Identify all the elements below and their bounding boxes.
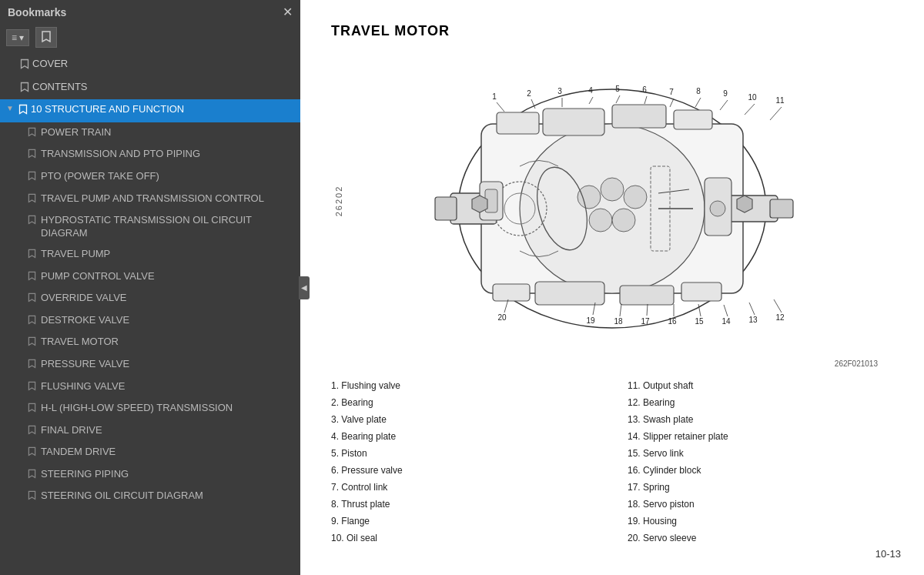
svg-point-18 (624, 186, 647, 209)
bookmark-item-travel-motor[interactable]: TRAVEL MOTOR (0, 332, 300, 354)
bookmark-label: STEERING OIL CIRCUIT DIAGRAM (41, 490, 294, 503)
collapse-panel-button[interactable]: ◀ (299, 276, 310, 299)
svg-text:8: 8 (696, 87, 701, 95)
svg-marker-71 (472, 196, 487, 212)
svg-rect-8 (543, 109, 604, 135)
bookmark-icon (28, 271, 36, 285)
bookmark-item-flushing-valve[interactable]: FLUSHING VALVE (0, 376, 300, 399)
svg-text:7: 7 (669, 88, 674, 96)
bookmark-item-hydrostatic[interactable]: HYDROSTATIC TRANSMISSION OIL CIRCUIT DIA… (0, 210, 300, 244)
bookmark-label: PRESSURE VALVE (41, 358, 294, 371)
bookmark-label: FINAL DRIVE (41, 424, 294, 437)
document-viewer[interactable]: TRAVEL MOTOR 26202 (300, 0, 924, 575)
parts-item: 20. Servo sleeve (628, 531, 893, 545)
page-title: TRAVEL MOTOR (331, 23, 893, 39)
parts-item: 4. Bearing plate (331, 430, 597, 443)
svg-point-20 (612, 209, 635, 232)
bookmark-icon (28, 446, 36, 460)
parts-item: 5. Piston (331, 446, 597, 460)
view-options-icon: ≡ (12, 32, 17, 43)
parts-item: 1. Flushing valve (331, 379, 597, 393)
bookmark-label: OVERRIDE VALVE (41, 292, 294, 305)
bookmark-item-power-train[interactable]: POWER TRAIN (0, 122, 300, 145)
bookmark-item-10-structure[interactable]: ▼ 10 STRUCTURE AND FUNCTION (0, 99, 300, 122)
parts-column-left: 1. Flushing valve2. Bearing3. Valve plat… (331, 379, 597, 548)
bookmark-icon (18, 104, 28, 119)
toolbar-row: ≡ ▾ (0, 24, 300, 51)
parts-item: 10. Oil seal (331, 531, 597, 545)
bookmark-item-override-valve[interactable]: OVERRIDE VALVE (0, 288, 300, 310)
bookmark-icon (28, 469, 36, 483)
parts-item: 11. Output shaft (628, 379, 893, 393)
bookmark-label: POWER TRAIN (41, 126, 294, 139)
bookmark-icon-button[interactable] (35, 27, 57, 48)
bookmark-label: 10 STRUCTURE AND FUNCTION (31, 103, 294, 116)
bookmark-item-transmission-pto[interactable]: TRANSMISSION AND PTO PIPING (0, 144, 300, 166)
svg-rect-5 (435, 197, 457, 220)
page-number: 10-13 (875, 548, 901, 560)
bookmark-icon (28, 149, 36, 162)
bookmarks-header: Bookmarks ✕ (0, 0, 300, 24)
svg-rect-7 (770, 199, 793, 218)
bookmark-item-pressure-valve[interactable]: PRESSURE VALVE (0, 354, 300, 376)
parts-item: 13. Swash plate (628, 413, 893, 426)
expand-arrow-icon: ▼ (6, 103, 14, 113)
bookmark-icon (28, 171, 36, 185)
bookmark-item-cover[interactable]: COVER (0, 54, 300, 77)
svg-text:17: 17 (641, 317, 650, 326)
svg-text:6: 6 (642, 85, 647, 94)
bookmark-icon (20, 59, 29, 73)
bookmark-item-steering-piping[interactable]: STEERING PIPING (0, 464, 300, 486)
svg-text:14: 14 (721, 317, 731, 326)
bookmark-label: TANDEM DRIVE (41, 446, 294, 459)
bookmark-icon (28, 359, 36, 373)
bookmark-icon (28, 403, 36, 416)
svg-rect-12 (535, 282, 604, 305)
close-button[interactable]: ✕ (283, 5, 293, 19)
parts-column-right: 11. Output shaft12. Bearing13. Swash pla… (628, 379, 893, 548)
view-options-button[interactable]: ≡ ▾ (6, 29, 29, 46)
bookmark-item-hl-transmission[interactable]: H-L (HIGH-LOW SPEED) TRANSMISSION (0, 398, 300, 420)
bookmark-item-tandem-drive[interactable]: TANDEM DRIVE (0, 442, 300, 464)
svg-text:12: 12 (775, 313, 785, 322)
bookmark-icon (28, 193, 36, 207)
parts-item: 18. Servo piston (628, 497, 893, 511)
bookmark-label: TRAVEL MOTOR (41, 336, 294, 349)
svg-text:10: 10 (748, 93, 757, 102)
diagram-container: 26202 (331, 55, 893, 347)
bookmark-icon (28, 425, 36, 439)
bookmark-icon (20, 82, 29, 96)
bookmark-item-pump-control[interactable]: PUMP CONTROL VALVE (0, 266, 300, 289)
bookmark-item-travel-pump-control[interactable]: TRAVEL PUMP AND TRANSMISSION CONTROL (0, 189, 300, 211)
bookmark-symbol-icon (41, 30, 52, 45)
svg-text:9: 9 (723, 89, 728, 98)
bookmark-label: PTO (POWER TAKE OFF) (41, 170, 294, 183)
bookmark-label: H-L (HIGH-LOW SPEED) TRANSMISSION (41, 402, 294, 415)
svg-text:16: 16 (668, 317, 677, 326)
bookmark-icon (28, 249, 36, 262)
svg-rect-15 (681, 282, 721, 301)
parts-item: 17. Spring (628, 480, 893, 494)
bookmark-label: STEERING PIPING (41, 468, 294, 481)
svg-point-23 (710, 201, 725, 216)
parts-item: 15. Servo link (628, 446, 893, 460)
bookmark-item-final-drive[interactable]: FINAL DRIVE (0, 420, 300, 443)
svg-point-19 (589, 209, 612, 232)
bookmark-icon (28, 127, 36, 141)
bookmark-icon (28, 293, 36, 306)
bookmarks-list: COVER CONTENTS▼ 10 STRUCTURE AND FUNCTIO… (0, 51, 300, 575)
bookmark-icon (28, 336, 36, 350)
bookmark-label: PUMP CONTROL VALVE (41, 270, 294, 283)
bookmark-item-destroke-valve[interactable]: DESTROKE VALVE (0, 310, 300, 333)
bookmark-label: DESTROKE VALVE (41, 314, 294, 327)
svg-text:1: 1 (492, 92, 497, 101)
bookmark-icon (28, 490, 36, 504)
svg-point-17 (601, 178, 624, 201)
bookmark-item-steering-oil-circuit[interactable]: STEERING OIL CIRCUIT DIAGRAM (0, 486, 300, 508)
svg-text:19: 19 (586, 316, 595, 325)
parts-item: 2. Bearing (331, 396, 597, 410)
bookmark-item-contents[interactable]: CONTENTS (0, 77, 300, 100)
bookmark-item-pto[interactable]: PTO (POWER TAKE OFF) (0, 166, 300, 189)
svg-rect-11 (497, 112, 539, 134)
bookmark-item-travel-pump[interactable]: TRAVEL PUMP (0, 244, 300, 266)
